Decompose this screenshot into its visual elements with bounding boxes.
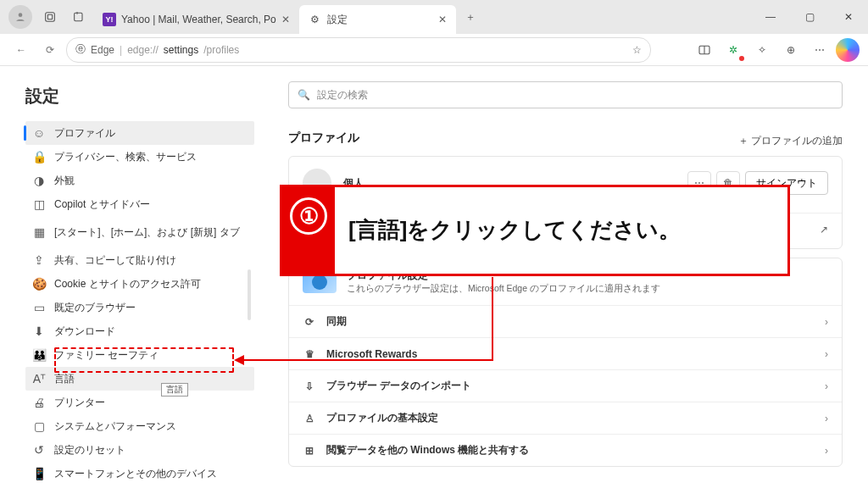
sidebar-item-phone[interactable]: 📱スマートフォンとその他のデバイス: [25, 462, 254, 485]
annotation-line-v: [492, 277, 493, 360]
svg-rect-2: [47, 14, 52, 19]
split-screen-icon[interactable]: [692, 37, 717, 63]
address-bar: ← ⟳ ⓔ Edge | edge://settings/profiles ☆ …: [0, 34, 868, 66]
close-window-button[interactable]: ✕: [829, 0, 868, 34]
url-box[interactable]: ⓔ Edge | edge://settings/profiles ☆: [66, 37, 651, 63]
annotation-callout: ① [言語]をクリックしてください。: [280, 185, 790, 276]
profile-avatar-icon[interactable]: [8, 5, 32, 29]
new-tab-button[interactable]: ＋: [459, 6, 481, 28]
collections-icon[interactable]: ⊕: [778, 37, 804, 63]
browser-icon: ▭: [32, 301, 46, 314]
system-icon: ▢: [32, 419, 46, 433]
tooltip: 言語: [161, 383, 188, 396]
edge-icon: ⓔ: [75, 42, 86, 57]
external-link-icon: ↗: [820, 224, 828, 236]
profile-icon: ☺: [32, 126, 46, 140]
row-basic[interactable]: ♙プロファイルの基本設定›: [289, 402, 842, 434]
close-icon[interactable]: ✕: [438, 14, 447, 25]
tab-icon: ▦: [32, 225, 46, 239]
cookie-icon: 🍪: [32, 277, 46, 291]
copilot-icon[interactable]: [836, 38, 860, 62]
search-placeholder: 設定の検索: [317, 88, 368, 103]
lock-icon: 🔒: [32, 150, 46, 164]
tab-actions-icon[interactable]: [68, 6, 90, 28]
settings-main: 🔍 設定の検索 プロファイル ＋ プロファイルの追加 個人 ⋯ 🗑 サインアウト…: [254, 66, 868, 488]
engine-label: Edge: [91, 44, 114, 56]
sidebar-item-start[interactable]: ▦[スタート]、[ホーム]、および [新規] タブ: [25, 216, 254, 248]
row-sync[interactable]: ⟳同期›: [289, 305, 842, 337]
separator: |: [120, 44, 122, 56]
chevron-right-icon: ›: [825, 380, 828, 392]
back-button[interactable]: ←: [8, 37, 34, 63]
windows-icon: ⊞: [303, 445, 316, 457]
svg-rect-1: [46, 13, 55, 22]
settings-sidebar: 設定 ☺プロファイル 🔒プライバシー、検索、サービス ◑外観 ◫Copilot …: [0, 66, 254, 488]
language-icon: Aᵀ: [32, 372, 46, 385]
sidebar-item-appearance[interactable]: ◑外観: [25, 169, 254, 192]
settings-person-icon: ♙: [303, 413, 316, 424]
add-profile-button[interactable]: ＋ プロファイルの追加: [738, 134, 843, 148]
search-icon: 🔍: [298, 89, 310, 101]
tab-label: 設定: [327, 13, 348, 27]
more-menu-icon[interactable]: ⋯: [807, 37, 832, 63]
chevron-right-icon: ›: [825, 413, 828, 424]
family-icon: 👪: [32, 348, 46, 362]
sidebar-item-profile[interactable]: ☺プロファイル: [25, 121, 254, 145]
profile-settings-desc: これらのブラウザー設定は、Microsoft Edge のプロファイルに適用され…: [347, 283, 660, 295]
workspaces-icon[interactable]: [39, 6, 61, 28]
chevron-right-icon: ›: [825, 445, 828, 457]
url-bold: settings: [164, 44, 198, 56]
sidebar-item-cookies[interactable]: 🍪Cookie とサイトのアクセス許可: [25, 272, 254, 296]
annotation-line-h: [244, 359, 493, 361]
sidebar-item-system[interactable]: ▢システムとパフォーマンス: [25, 414, 254, 438]
page-title: 設定: [25, 85, 254, 108]
download-icon: ⬇: [32, 324, 46, 338]
chevron-right-icon: ›: [825, 316, 828, 328]
sidebar-item-default-browser[interactable]: ▭既定のブラウザー: [25, 296, 254, 319]
sidebar-item-privacy[interactable]: 🔒プライバシー、検索、サービス: [25, 145, 254, 169]
printer-icon: 🖨: [32, 396, 46, 409]
sidebar-item-printer[interactable]: 🖨プリンター: [25, 391, 254, 414]
tab-settings[interactable]: ⚙ 設定 ✕: [299, 5, 456, 34]
annotation-arrowhead: [234, 355, 244, 365]
extensions-icon[interactable]: ✲: [721, 37, 746, 63]
sidebar-item-reset[interactable]: ↺設定のリセット: [25, 438, 254, 462]
maximize-button[interactable]: ▢: [790, 0, 829, 34]
settings-search[interactable]: 🔍 設定の検索: [288, 81, 843, 108]
favorites-icon[interactable]: ✧: [749, 37, 775, 63]
close-icon[interactable]: ✕: [281, 14, 290, 25]
favicon-settings: ⚙: [309, 13, 322, 26]
share-icon: ⇪: [32, 253, 46, 267]
phone-icon: 📱: [32, 467, 46, 480]
appearance-icon: ◑: [32, 174, 46, 187]
refresh-button[interactable]: ⟳: [37, 37, 63, 63]
sidebar-item-downloads[interactable]: ⬇ダウンロード: [25, 319, 254, 343]
row-windows-share[interactable]: ⊞閲覧データを他の Windows 機能と共有する›: [289, 434, 842, 466]
sidebar-item-copilot[interactable]: ◫Copilot とサイドバー: [25, 192, 254, 216]
profile-settings-card: プロファイル設定 これらのブラウザー設定は、Microsoft Edge のプロ…: [288, 258, 843, 467]
sidebar-item-share[interactable]: ⇪共有、コピーして貼り付け: [25, 248, 254, 272]
rewards-icon: ♛: [303, 348, 316, 360]
minimize-button[interactable]: ―: [751, 0, 790, 34]
row-rewards[interactable]: ♛Microsoft Rewards›: [289, 337, 842, 369]
url-prefix: edge://: [127, 44, 159, 56]
reset-icon: ↺: [32, 443, 46, 457]
import-icon: ⇩: [303, 380, 316, 392]
annotation-text: [言語]をクリックしてください。: [335, 210, 694, 250]
sync-icon: ⟳: [303, 316, 316, 328]
row-import[interactable]: ⇩ブラウザー データのインポート›: [289, 369, 842, 402]
favicon-yahoo: Y!: [103, 13, 116, 26]
scrollbar[interactable]: [248, 269, 251, 320]
tab-label: Yahoo | Mail, Weather, Search, Po: [121, 14, 276, 25]
annotation-highlight-box: [54, 347, 234, 373]
window-titlebar: Y! Yahoo | Mail, Weather, Search, Po ✕ ⚙…: [0, 0, 868, 34]
chevron-right-icon: ›: [825, 348, 828, 360]
svg-rect-3: [75, 13, 82, 20]
url-suffix: /profiles: [203, 44, 239, 56]
tab-yahoo[interactable]: Y! Yahoo | Mail, Weather, Search, Po ✕: [93, 5, 299, 34]
annotation-number: ①: [282, 187, 335, 274]
svg-point-0: [19, 13, 23, 17]
favorite-star-icon[interactable]: ☆: [632, 44, 642, 56]
sidebar-icon: ◫: [32, 197, 46, 211]
